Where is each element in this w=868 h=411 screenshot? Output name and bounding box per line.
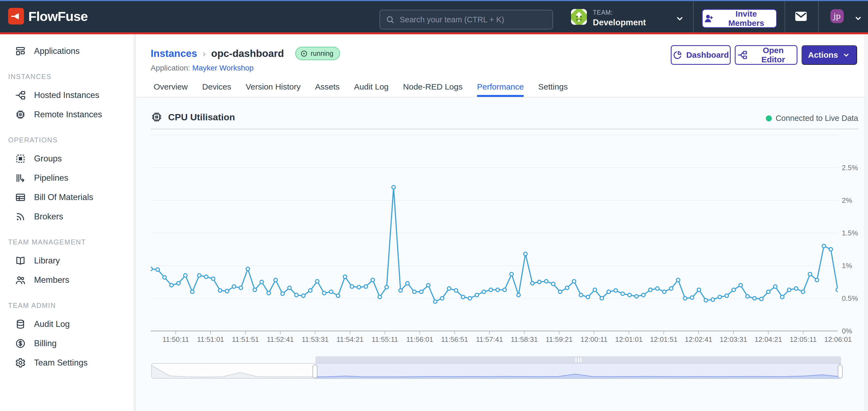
- tab-performance[interactable]: Performance: [477, 82, 524, 97]
- library-icon: [15, 255, 26, 266]
- user-avatar[interactable]: jp: [830, 9, 844, 23]
- sidebar-item-billing[interactable]: Billing: [0, 334, 135, 353]
- sidebar-item-applications[interactable]: Applications: [0, 41, 135, 61]
- invite-members-button[interactable]: Invite Members: [702, 9, 777, 28]
- zoom-window-top-bar[interactable]: [315, 356, 841, 364]
- application-label: Application:: [151, 64, 190, 72]
- team-name: Development: [593, 18, 646, 28]
- application-link[interactable]: Mayker Workshop: [192, 64, 254, 72]
- team-search[interactable]: [379, 10, 553, 29]
- live-status: Connected to Live Data: [766, 114, 858, 123]
- y-axis-label: 0%: [842, 327, 868, 335]
- zoom-handle-right[interactable]: [838, 365, 843, 378]
- brokers-icon: [15, 211, 26, 222]
- sidebar: ApplicationsINSTANCESHosted InstancesRem…: [0, 34, 136, 411]
- notifications-mail-icon[interactable]: [795, 11, 808, 22]
- tab-assets[interactable]: Assets: [315, 82, 339, 97]
- navbar-divider: [693, 0, 694, 32]
- live-dot-icon: [766, 115, 772, 122]
- sidebar-item-label: Applications: [34, 46, 80, 56]
- tab-bar: OverviewDevicesVersion HistoryAssetsAudi…: [154, 82, 568, 97]
- sidebar-item-groups[interactable]: Groups: [0, 149, 135, 168]
- open-editor-button-label: Open Editor: [751, 46, 795, 64]
- flowfuse-logo-icon: [8, 8, 24, 25]
- node-red-branch-icon: [737, 50, 748, 60]
- tab-devices[interactable]: Devices: [202, 82, 231, 97]
- tab-version-history[interactable]: Version History: [246, 82, 301, 97]
- open-editor-button[interactable]: Open Editor: [735, 45, 798, 65]
- sidebar-section-team-admin: TEAM ADMIN: [8, 302, 135, 309]
- instance-name: opc-dashboard: [211, 48, 284, 59]
- tab-overview[interactable]: Overview: [154, 82, 188, 97]
- page-scrollbar[interactable]: [864, 34, 868, 411]
- play-circle-icon: [300, 50, 308, 58]
- team-label: TEAM:: [593, 9, 646, 16]
- sidebar-item-label: Brokers: [34, 212, 63, 221]
- team-selector[interactable]: TEAM: Development: [571, 9, 646, 28]
- sidebar-item-label: Library: [34, 256, 60, 266]
- sidebar-item-label: Team Settings: [34, 358, 88, 368]
- main-content: Instances › opc-dashboard running Applic…: [136, 34, 868, 411]
- applications-icon: [15, 46, 26, 57]
- y-axis-label: 2.5%: [842, 163, 868, 172]
- sidebar-item-team-settings[interactable]: Team Settings: [0, 353, 135, 372]
- search-icon: [385, 15, 395, 24]
- team-avatar: [571, 9, 587, 25]
- sidebar-item-library[interactable]: Library: [0, 251, 135, 270]
- user-menu-chevron-down-icon[interactable]: [853, 13, 863, 23]
- flowfuse-logo[interactable]: FlowFuse: [8, 8, 88, 25]
- sidebar-item-members[interactable]: Members: [0, 270, 135, 289]
- sidebar-item-remote-instances[interactable]: Remote Instances: [0, 105, 135, 124]
- search-input[interactable]: [399, 15, 553, 25]
- team-chevron-down-icon[interactable]: [675, 13, 685, 24]
- tab-settings[interactable]: Settings: [538, 82, 567, 97]
- invite-user-plus-icon: [704, 13, 714, 24]
- sidebar-item-brokers[interactable]: Brokers: [0, 207, 135, 226]
- status-badge-label: running: [311, 49, 333, 58]
- pie-chart-icon: [673, 50, 682, 60]
- navbar-red-underline: [0, 32, 868, 34]
- sidebar-item-label: Hosted Instances: [34, 90, 99, 100]
- actions-button[interactable]: Actions: [802, 45, 857, 65]
- chart-header: CPU Utilisation: [151, 111, 235, 123]
- navbar-divider: [818, 0, 819, 32]
- sidebar-item-label: Audit Log: [34, 319, 70, 329]
- x-axis-label: 12:06:01: [817, 335, 859, 344]
- breadcrumb-separator: ›: [203, 48, 206, 59]
- sidebar-item-label: Groups: [34, 154, 62, 164]
- sidebar-item-label: Bill Of Materials: [34, 193, 93, 202]
- sidebar-section-team-management: TEAM MANAGEMENT: [8, 239, 135, 245]
- audit-log-icon: [15, 319, 26, 330]
- zoom-window[interactable]: [315, 363, 841, 379]
- zoom-handle-left[interactable]: [312, 365, 317, 378]
- groups-icon: [15, 153, 26, 164]
- tab-node-red-logs[interactable]: Node-RED Logs: [403, 82, 462, 97]
- y-axis-label: 2%: [842, 196, 868, 205]
- pipelines-icon: [15, 173, 26, 183]
- sidebar-scrollbar[interactable]: [133, 34, 135, 411]
- cpu-chart: [151, 131, 838, 336]
- sidebar-item-audit-log[interactable]: Audit Log: [0, 314, 135, 334]
- sidebar-item-label: Members: [34, 275, 69, 285]
- sidebar-item-pipelines[interactable]: Pipelines: [0, 168, 135, 187]
- sidebar-nav: ApplicationsINSTANCESHosted InstancesRem…: [0, 34, 135, 372]
- status-badge: running: [295, 47, 340, 60]
- window-top-accent: [0, 0, 868, 1]
- cpu-chip-icon: [151, 111, 163, 123]
- remote-instances-icon: [15, 109, 26, 120]
- breadcrumb-instances-link[interactable]: Instances: [151, 48, 197, 59]
- actions-chevron-down-icon: [842, 50, 850, 59]
- chart-title: CPU Utilisation: [168, 112, 235, 123]
- dashboard-button[interactable]: Dashboard: [671, 45, 731, 65]
- sidebar-item-bill-of-materials[interactable]: Bill Of Materials: [0, 187, 135, 207]
- tab-audit-log[interactable]: Audit Log: [354, 82, 389, 97]
- members-icon: [15, 275, 26, 285]
- dashboard-button-label: Dashboard: [686, 50, 729, 60]
- sidebar-section-operations: OPERATIONS: [8, 137, 135, 143]
- live-status-label: Connected to Live Data: [776, 114, 858, 123]
- y-axis-label: 1.5%: [842, 229, 868, 237]
- sidebar-item-hosted-instances[interactable]: Hosted Instances: [0, 85, 135, 105]
- team-settings-icon: [15, 357, 26, 368]
- logo-text: FlowFuse: [28, 9, 88, 24]
- bill-of-materials-icon: [15, 192, 26, 203]
